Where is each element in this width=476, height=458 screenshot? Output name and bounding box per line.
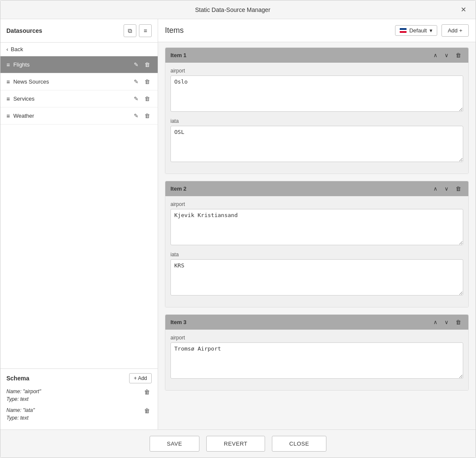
datasource-actions-services: ✎ 🗑 [132, 95, 152, 103]
item-3-down-button[interactable]: ∨ [442, 318, 451, 326]
delete-schema-iata-button[interactable]: 🗑 [142, 406, 152, 415]
item-3-delete-button[interactable]: 🗑 [453, 318, 463, 326]
item-2-airport-group: airport Kjevik Kristiansand [170, 201, 463, 246]
delete-schema-airport-button[interactable]: 🗑 [142, 388, 152, 396]
delete-flights-button[interactable]: 🗑 [143, 61, 152, 69]
up-arrow-icon: ∧ [433, 186, 438, 192]
sidebar: Datasources ⧉ ≡ ‹ Back ≡ Fligh [0, 19, 158, 429]
item-card-2-title: Item 2 [170, 186, 187, 192]
item-1-delete-button[interactable]: 🗑 [453, 51, 463, 59]
item-card-2-actions: ∧ ∨ 🗑 [431, 185, 463, 193]
back-button[interactable]: ‹ Back [0, 43, 158, 56]
edit-icon: ✎ [134, 113, 138, 119]
trash-icon: 🗑 [144, 113, 150, 119]
close-x-icon: ✕ [461, 6, 466, 13]
up-arrow-icon: ∧ [433, 319, 438, 325]
datasource-icon-weather: ≡ [6, 113, 10, 119]
main-title: Items [165, 26, 184, 35]
item-card-2-body: airport Kjevik Kristiansand iata KRS [165, 196, 468, 307]
locale-flag-icon [400, 28, 407, 33]
item-2-down-button[interactable]: ∨ [442, 185, 451, 193]
copy-layout-button[interactable]: ⧉ [124, 24, 136, 37]
back-label: Back [11, 46, 23, 52]
item-3-airport-label: airport [170, 335, 463, 341]
datasource-label-news: News Sources [13, 78, 132, 85]
edit-icon: ✎ [134, 78, 138, 85]
trash-icon: 🗑 [144, 78, 150, 85]
schema-header: Schema + Add [6, 373, 152, 383]
item-card-2: Item 2 ∧ ∨ 🗑 [165, 181, 469, 307]
back-chevron-icon: ‹ [6, 46, 8, 52]
trash-icon: 🗑 [144, 388, 150, 395]
edit-icon: ✎ [134, 61, 138, 68]
item-1-up-button[interactable]: ∧ [431, 51, 440, 59]
item-card-1-actions: ∧ ∨ 🗑 [431, 51, 463, 59]
trash-icon: 🗑 [456, 186, 461, 192]
revert-button[interactable]: REVERT [206, 436, 265, 452]
locale-dropdown[interactable]: Default ▾ [395, 25, 437, 36]
edit-flights-button[interactable]: ✎ [132, 61, 140, 69]
sidebar-title: Datasources [6, 27, 42, 34]
datasource-icon-news: ≡ [6, 78, 10, 85]
item-2-iata-label: iata [170, 252, 463, 258]
schema-airport-name: Name: "airport" [6, 388, 41, 395]
datasource-label-services: Services [13, 96, 132, 102]
close-button[interactable]: CLOSE [272, 436, 327, 452]
item-card-1-body: airport Oslo iata OSL [165, 63, 468, 174]
item-card-1: Item 1 ∧ ∨ 🗑 [165, 47, 469, 174]
edit-icon: ✎ [134, 96, 138, 102]
layers-icon: ≡ [144, 27, 147, 34]
datasource-list: ≡ Flights ✎ 🗑 ≡ News Sources [0, 56, 158, 368]
item-2-airport-label: airport [170, 201, 463, 207]
item-1-iata-textarea[interactable]: OSL [170, 126, 463, 162]
main-header-right: Default ▾ Add + [395, 24, 469, 37]
up-arrow-icon: ∧ [433, 52, 438, 58]
item-card-3-body: airport Tromsø Airport [165, 330, 468, 390]
main-content: Items Default ▾ Add + Item 1 [158, 19, 476, 429]
sidebar-header-buttons: ⧉ ≡ [124, 24, 152, 37]
sidebar-header: Datasources ⧉ ≡ [0, 19, 158, 43]
datasource-item-flights[interactable]: ≡ Flights ✎ 🗑 [0, 56, 158, 73]
trash-icon: 🗑 [456, 52, 461, 58]
item-2-iata-textarea[interactable]: KRS [170, 259, 463, 296]
edit-weather-button[interactable]: ✎ [132, 112, 140, 120]
delete-services-button[interactable]: 🗑 [143, 95, 152, 103]
datasource-item-news-sources[interactable]: ≡ News Sources ✎ 🗑 [0, 73, 158, 90]
modal-title: Static Data-Source Manager [7, 6, 458, 13]
item-card-1-header: Item 1 ∧ ∨ 🗑 [165, 48, 468, 63]
item-3-up-button[interactable]: ∧ [431, 318, 440, 326]
schema-add-button[interactable]: + Add [129, 373, 152, 383]
item-1-airport-group: airport Oslo [170, 68, 463, 113]
trash-icon: 🗑 [144, 61, 150, 68]
modal-body: Datasources ⧉ ≡ ‹ Back ≡ Fligh [0, 19, 476, 429]
close-x-button[interactable]: ✕ [458, 5, 469, 14]
delete-weather-button[interactable]: 🗑 [143, 112, 152, 120]
datasource-label-weather: Weather [13, 113, 132, 119]
edit-services-button[interactable]: ✎ [132, 95, 140, 103]
schema-section: Schema + Add Name: "airport" Type: text … [0, 368, 158, 429]
item-1-down-button[interactable]: ∨ [442, 51, 451, 59]
schema-item-iata-text: Name: "iata" Type: text [6, 406, 35, 422]
delete-news-button[interactable]: 🗑 [143, 78, 152, 86]
item-card-3-header: Item 3 ∧ ∨ 🗑 [165, 315, 468, 330]
save-button[interactable]: SAVE [150, 436, 200, 452]
datasource-label-flights: Flights [13, 61, 132, 68]
datasource-actions-weather: ✎ 🗑 [132, 112, 152, 120]
item-3-airport-textarea[interactable]: Tromsø Airport [170, 342, 463, 379]
datasource-item-services[interactable]: ≡ Services ✎ 🗑 [0, 90, 158, 107]
schema-title: Schema [6, 375, 29, 382]
main-header: Items Default ▾ Add + [158, 19, 476, 42]
add-item-button[interactable]: Add + [441, 24, 469, 37]
item-2-up-button[interactable]: ∧ [431, 185, 440, 193]
layers-button[interactable]: ≡ [139, 24, 152, 37]
item-2-airport-textarea[interactable]: Kjevik Kristiansand [170, 209, 463, 245]
schema-item-airport: Name: "airport" Type: text 🗑 [6, 388, 152, 403]
item-1-airport-textarea[interactable]: Oslo [170, 75, 463, 112]
edit-news-button[interactable]: ✎ [132, 78, 140, 86]
item-1-iata-label: iata [170, 118, 463, 124]
item-3-airport-group: airport Tromsø Airport [170, 335, 463, 380]
item-2-delete-button[interactable]: 🗑 [453, 185, 463, 193]
item-card-3-title: Item 3 [170, 319, 187, 325]
down-arrow-icon: ∨ [444, 186, 449, 192]
datasource-item-weather[interactable]: ≡ Weather ✎ 🗑 [0, 107, 158, 125]
